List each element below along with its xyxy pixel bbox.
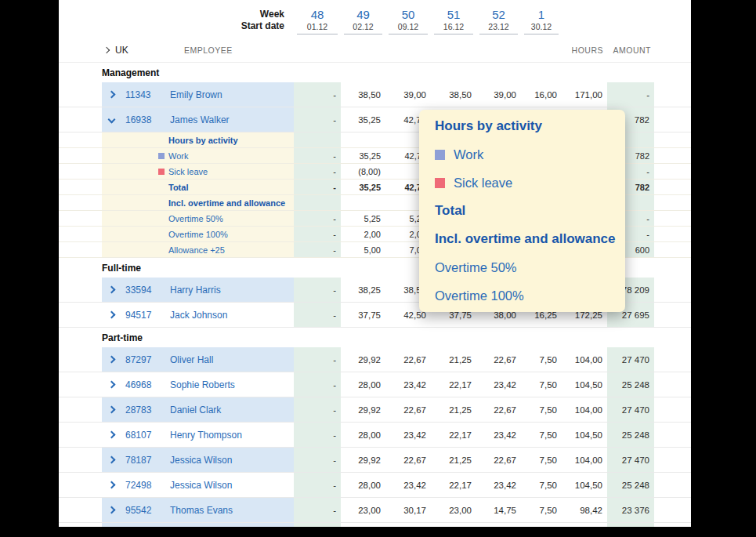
week-1-cell: 7,50 <box>521 397 562 422</box>
employee-name-cell: Thomas Evans <box>161 498 294 522</box>
employee-name-link[interactable]: Harry Harris <box>170 285 221 296</box>
expand-chevron-icon[interactable] <box>108 286 116 294</box>
employee-id-link[interactable]: 28783 <box>125 405 151 415</box>
week-49-cell <box>341 523 385 527</box>
expand-chevron-icon[interactable] <box>108 91 116 99</box>
week-header-labels: Week Start date <box>59 9 294 38</box>
week-49-cell: 35,25 <box>341 148 385 163</box>
week-49-cell: 38,25 <box>341 278 385 302</box>
subrow-label: Overtime 100% <box>168 230 228 239</box>
employee-row: 87297Oliver Hall-29,9222,6721,2522,677,5… <box>59 347 691 372</box>
week-48-cell: - <box>294 164 341 179</box>
week-48-cell: - <box>294 211 341 226</box>
popup-item-label: Incl. overtime and allowance <box>435 231 616 247</box>
employee-id-cell: 78187 <box>102 448 161 472</box>
subrow-label: Work <box>168 151 188 161</box>
week-50-cell: 22,67 <box>385 448 431 472</box>
week-number-link[interactable]: 49 <box>344 8 382 21</box>
employee-name-cell: Jessica Wilson <box>161 448 294 472</box>
expand-chevron-icon[interactable] <box>108 456 116 464</box>
week-51-cell: 21,25 <box>431 448 476 472</box>
week-number-link[interactable]: 1 <box>524 8 559 21</box>
employee-id-link[interactable]: 95542 <box>125 505 151 516</box>
week-52-cell: 23,42 <box>476 423 521 447</box>
employee-id-link[interactable]: 16938 <box>125 114 151 125</box>
subrow-label: Incl. overtime and allowance <box>168 198 285 208</box>
employee-id-link[interactable]: 87297 <box>125 354 151 365</box>
employee-id-link[interactable]: 33594 <box>125 285 151 296</box>
group-header-row: Management <box>59 63 691 82</box>
week-number-link[interactable]: 50 <box>389 8 428 21</box>
employee-name-link[interactable]: Henry Thompson <box>170 430 242 441</box>
employee-name-link[interactable]: Oliver Hall <box>170 354 213 365</box>
week-number-link[interactable]: 51 <box>434 8 473 21</box>
employee-id-link[interactable]: 78187 <box>125 455 151 466</box>
week-51-cell: 21,25 <box>431 347 476 372</box>
week-48-cell <box>294 132 341 147</box>
employee-name-link[interactable]: Sophie Roberts <box>170 379 235 390</box>
week-1-cell: 7,50 <box>521 473 562 497</box>
popup-item: Sick leave <box>435 169 625 197</box>
work-marker-icon <box>158 153 165 159</box>
week-49-cell: 29,92 <box>341 448 385 472</box>
group-header-row: Part-time <box>59 328 691 347</box>
employee-column-header: EMPLOYEE <box>161 45 294 55</box>
employee-id-link[interactable]: 94517 <box>125 310 151 321</box>
employee-name-cell: Sophie Roberts <box>161 372 294 397</box>
popup-item: Overtime 100% <box>435 281 625 310</box>
employee-name-cell: Daniel Clark <box>161 397 294 422</box>
expand-chevron-icon[interactable] <box>108 406 116 414</box>
employee-name-cell: Jessica Wilson <box>161 473 294 497</box>
amount-cell <box>607 523 654 527</box>
collapse-chevron-icon[interactable] <box>108 116 116 124</box>
employee-id-link[interactable]: 68107 <box>125 430 151 441</box>
start-date-label: Start date <box>59 20 284 32</box>
week-number-link[interactable]: 48 <box>297 8 338 21</box>
amount-cell: 27 470 <box>607 397 654 422</box>
employee-id-cell: 46968 <box>102 372 161 397</box>
employee-id-link[interactable]: 46968 <box>125 379 151 390</box>
employee-id-cell: 87297 <box>102 347 161 372</box>
week-header-row: Week Start date 4801.124902.125009.12511… <box>59 0 691 38</box>
week-column: 4801.12 <box>297 8 338 34</box>
amount-cell: 27 470 <box>607 347 654 372</box>
sick-leave-marker-icon <box>158 169 165 175</box>
employee-name-link[interactable]: Daniel Clark <box>170 405 221 415</box>
employee-name-link[interactable]: James Walker <box>170 114 230 125</box>
region-expand-chevron-icon[interactable] <box>103 46 110 53</box>
expand-chevron-icon[interactable] <box>108 311 116 319</box>
amount-cell: 25 248 <box>607 372 654 397</box>
expand-chevron-icon[interactable] <box>108 506 116 514</box>
employee-name-link[interactable]: Jessica Wilson <box>170 455 232 466</box>
week-51-cell: 22,17 <box>431 473 476 497</box>
expand-chevron-icon[interactable] <box>108 431 116 439</box>
employee-name-link[interactable]: Thomas Evans <box>170 505 233 516</box>
column-header-row: UK EMPLOYEE HOURS AMOUNT <box>59 38 691 63</box>
expand-chevron-icon[interactable] <box>108 356 116 364</box>
popup-item-label: Total <box>435 203 465 219</box>
expand-chevron-icon[interactable] <box>108 481 116 489</box>
employee-id-cell: 33594 <box>102 278 161 302</box>
popup-item-label: Overtime 50% <box>435 260 517 275</box>
week-number-link[interactable]: 52 <box>479 8 518 21</box>
employee-name-link[interactable]: Emily Brown <box>170 89 222 100</box>
amount-column-header: AMOUNT <box>607 45 654 55</box>
employee-row: 95542Thomas Evans-23,0030,1723,0014,757,… <box>59 498 691 523</box>
popup-item: Hours by activity <box>435 112 625 140</box>
region-group-toggle[interactable]: UK <box>59 45 161 56</box>
week-48-cell: - <box>294 242 341 257</box>
week-52-cell <box>476 523 521 527</box>
expand-chevron-icon[interactable] <box>108 381 116 389</box>
week-49-cell: 2,00 <box>341 227 385 241</box>
week-48-cell: - <box>294 148 341 163</box>
week-50-cell: 39,00 <box>385 82 431 107</box>
employee-name-link[interactable]: Jessica Wilson <box>170 480 232 491</box>
employee-name-cell: Emily Brown <box>161 82 294 107</box>
employee-id-link[interactable]: 11343 <box>125 89 150 100</box>
employee-id-link[interactable]: 72498 <box>125 480 151 491</box>
subrow-label: Sick leave <box>168 167 208 176</box>
week-51-cell: 21,25 <box>431 397 476 422</box>
week-start-date: 16.12 <box>434 22 473 32</box>
employee-name-link[interactable]: Jack Johnson <box>170 310 227 321</box>
employee-name-cell: James Walker <box>161 107 294 132</box>
